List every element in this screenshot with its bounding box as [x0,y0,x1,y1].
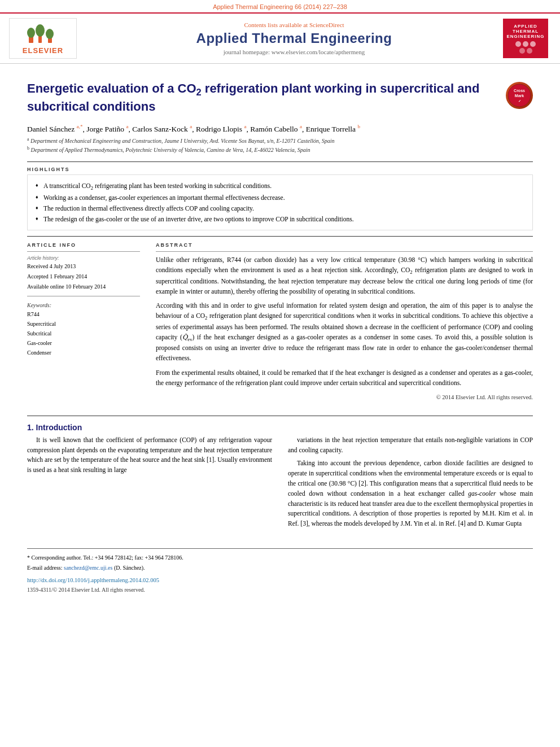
contents-available: Contents lists available at ScienceDirec… [95,21,493,28]
intro-heading: 1. Introduction [27,423,533,432]
logo-line-2: THERMAL [513,29,539,34]
svg-point-3 [36,24,45,37]
authors-line: Daniel Sánchez a,*, Jorge Patiño a, Carl… [27,124,533,134]
abstract-para-1: Unlike other refrigerants, R744 (or carb… [156,255,533,296]
intro-col-left: It is well known that the coefficient of… [27,435,272,532]
highlight-1: A transcritical CO2 refrigerating plant … [36,181,524,191]
footnote-email: E-mail address: sanchezd@emc.uji.es (D. … [27,563,533,573]
accepted-date: Accepted 1 February 2014 [27,272,140,281]
svg-point-5 [46,29,54,39]
highlight-3: The reduction in thermal effectiveness d… [36,204,524,213]
kw-2: Supercritical [27,319,140,329]
article-title-section: Energetic evaluation of a CO2 refrigerat… [27,81,533,115]
footnote-corresponding: * Corresponding author. Tel.: +34 964 72… [27,553,533,562]
doi-link[interactable]: http://dx.doi.org/10.1016/j.applthermale… [27,577,159,583]
article-info-column: ARTICLE INFO Article history: Received 4… [27,242,140,402]
info-divider [27,251,140,252]
abstract-text: Unlike other refrigerants, R744 (or carb… [156,255,533,402]
kw-4: Gas-cooler [27,338,140,348]
abstract-para-3: From the experimental results obtained, … [156,368,533,388]
journal-header: ELSEVIER Contents lists available at Sci… [0,12,560,64]
info-divider-2 [27,296,140,296]
affiliation-a: a Department of Mechanical Engineering a… [27,136,533,145]
highlights-label: HIGHLIGHTS [27,167,533,172]
journal-title: Applied Thermal Engineering [95,30,493,46]
abstract-divider [156,251,533,252]
citation-text: Applied Thermal Engineering 66 (2014) 22… [213,3,347,10]
title-divider [27,161,533,162]
journal-homepage: journal homepage: www.elsevier.com/locat… [95,49,493,55]
highlights-divider [27,236,533,237]
svg-text:Cross: Cross [514,89,525,93]
journal-logo: APPLIED THERMAL ENGINEERING [500,19,551,58]
email-link[interactable]: sanchezd@emc.uji.es [64,565,112,571]
highlight-4: The redesign of the gas-cooler or the us… [36,215,524,224]
sciencedirect-link-text[interactable]: ScienceDirect [309,21,344,28]
highlight-2: Working as a condenser, gas-cooler exper… [36,193,524,202]
available-date: Available online 10 February 2014 [27,282,140,291]
highlights-section: HIGHLIGHTS A transcritical CO2 refrigera… [27,167,533,231]
abstract-column: ABSTRACT Unlike other refrigerants, R744… [156,242,533,402]
kw-1: R744 [27,309,140,319]
svg-point-1 [27,28,35,38]
intro-col-right: variations in the heat rejection tempera… [288,435,533,532]
elsevier-logo-area: ELSEVIER [9,18,88,59]
intro-title-text: Introduction [36,423,82,432]
keywords-label: Keywords: [27,302,140,308]
highlights-box: A transcritical CO2 refrigerating plant … [27,174,533,231]
article-info-label: ARTICLE INFO [27,242,140,248]
introduction-section: 1. Introduction It is well known that th… [27,416,533,532]
logo-line-1: APPLIED [514,24,537,29]
abstract-label: ABSTRACT [156,242,533,248]
intro-para-right-2: Taking into account the previous depende… [288,458,533,529]
kw-3: Subcritical [27,329,140,338]
logo-line-3: ENGINEERING [506,34,544,39]
history-label: Article history: [27,255,140,261]
intro-number-text: 1. [27,423,36,432]
article-title: Energetic evaluation of a CO2 refrigerat… [27,81,499,115]
keywords-list: R744 Supercritical Subcritical Gas-coole… [27,309,140,357]
intro-para-left-1: It is well known that the coefficient of… [27,435,272,475]
kw-5: Condenser [27,348,140,357]
received-date: Received 4 July 2013 [27,262,140,271]
crossmark-badge: Cross Mark ✓ [506,82,533,109]
issn-line: 1359-4311/© 2014 Elsevier Ltd. All right… [27,586,533,595]
affiliation-b: b Department of Applied Thermodynamics, … [27,145,533,154]
svg-text:✓: ✓ [518,99,521,103]
intro-para-right-1: variations in the heat rejection tempera… [288,435,533,456]
affiliations: a Department of Mechanical Engineering a… [27,136,533,155]
footnotes-area: * Corresponding author. Tel.: +34 964 72… [27,548,533,595]
journal-header-center: Contents lists available at ScienceDirec… [95,21,493,55]
abstract-para-2: According with this and in order to give… [156,301,533,364]
svg-text:Mark: Mark [515,94,524,98]
copyright-line: © 2014 Elsevier Ltd. All rights reserved… [156,393,533,402]
top-citation-bar: Applied Thermal Engineering 66 (2014) 22… [0,0,560,12]
